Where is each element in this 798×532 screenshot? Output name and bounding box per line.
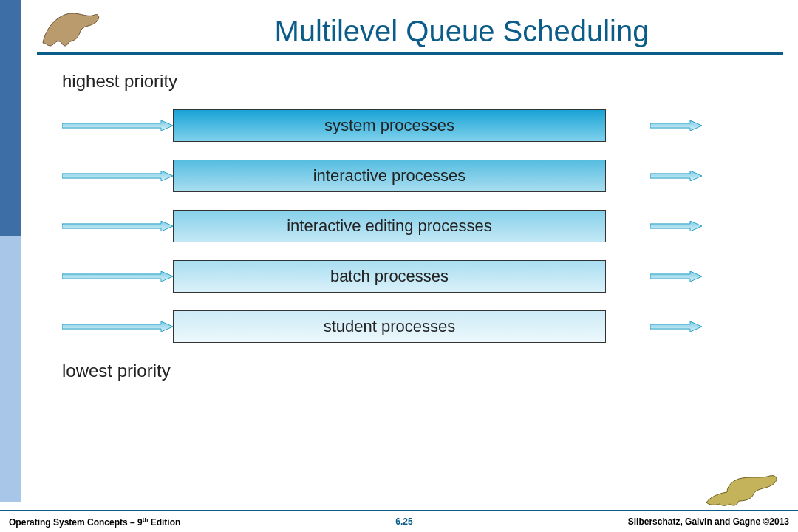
arrow-out-icon	[650, 171, 702, 181]
queue-box: student processes	[173, 310, 606, 343]
queue-box: batch processes	[173, 260, 606, 293]
arrow-in-icon	[62, 171, 173, 181]
footer-left-prefix: Operating System Concepts – 9	[9, 517, 143, 528]
queue-row: interactive editing processes	[44, 210, 768, 242]
footer-left-suffix: Edition	[148, 517, 180, 528]
page-title: Multilevel Queue Scheduling	[140, 15, 783, 48]
arrow-out-icon	[650, 271, 702, 282]
queue-row: batch processes	[44, 260, 768, 293]
queue-label: interactive editing processes	[287, 216, 492, 236]
queue-box: interactive editing processes	[173, 210, 606, 242]
arrow-in-icon	[62, 321, 173, 332]
queue-row: interactive processes	[44, 160, 768, 192]
footer-center: 6.25	[395, 516, 412, 527]
queue-label: interactive processes	[313, 166, 466, 185]
gap	[606, 271, 650, 282]
queue-label: student processes	[324, 317, 456, 336]
gap	[606, 171, 650, 181]
sidebar-decor	[0, 0, 21, 502]
arrow-in-icon	[62, 221, 173, 231]
gap	[606, 120, 650, 131]
footer: Operating System Concepts – 9th Edition …	[0, 510, 798, 532]
gap	[606, 221, 650, 231]
arrow-out-icon	[650, 321, 702, 332]
queue-label: system processes	[324, 116, 454, 135]
sidebar-top	[0, 0, 21, 236]
diagram: highest priority system processes intera…	[44, 66, 768, 390]
queue-box: interactive processes	[173, 160, 606, 192]
queue-box: system processes	[173, 109, 606, 142]
queue-row: system processes	[44, 109, 768, 142]
arrow-out-icon	[650, 120, 702, 131]
queue-label: batch processes	[330, 267, 449, 286]
arrow-in-icon	[62, 120, 173, 131]
sidebar-bottom	[0, 236, 21, 502]
gap	[606, 321, 650, 332]
label-lowest: lowest priority	[62, 361, 768, 381]
label-highest: highest priority	[62, 71, 768, 92]
arrow-in-icon	[62, 271, 173, 282]
footer-right: Silberschatz, Galvin and Gagne ©2013	[628, 516, 789, 527]
queue-row: student processes	[44, 310, 768, 343]
dinosaur-bottom-icon	[702, 466, 783, 510]
header-rule	[37, 52, 783, 55]
header: Multilevel Queue Scheduling	[37, 15, 783, 55]
arrow-out-icon	[650, 221, 702, 231]
footer-left: Operating System Concepts – 9th Edition	[9, 516, 180, 528]
